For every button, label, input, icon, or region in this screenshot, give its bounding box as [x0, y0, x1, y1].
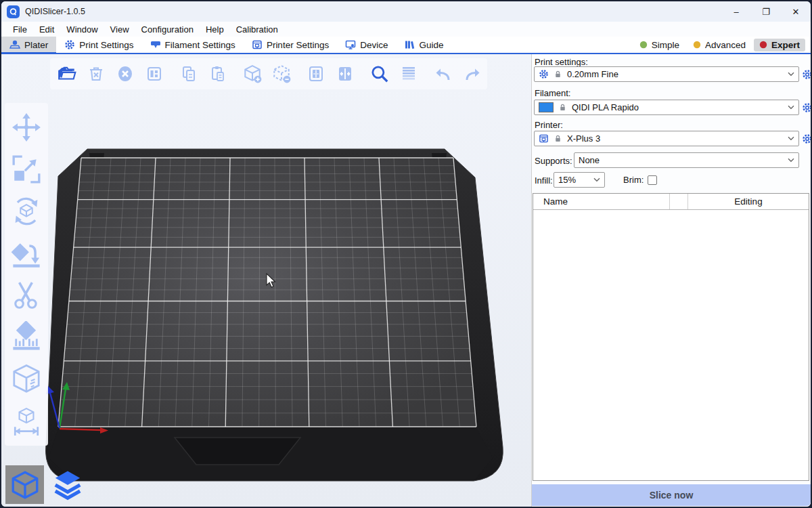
- main-tab-bar: Plater Print Settings Filament Settings …: [1, 37, 811, 54]
- column-extruder: [669, 194, 688, 209]
- tab-plater[interactable]: Plater: [1, 37, 56, 53]
- print-settings-icon: [64, 39, 75, 50]
- menu-edit[interactable]: Edit: [33, 23, 60, 36]
- close-button[interactable]: ✕: [781, 1, 811, 22]
- tab-printer-settings[interactable]: Printer Settings: [244, 37, 337, 53]
- measure-tool-button[interactable]: [9, 404, 44, 439]
- rotate-tool-button[interactable]: [9, 194, 44, 229]
- expert-dot-icon: [759, 41, 767, 49]
- lock-icon: [554, 134, 562, 143]
- menu-bar: File Edit Window View Configuration Help…: [1, 22, 811, 37]
- minimize-button[interactable]: –: [721, 1, 751, 22]
- open-file-button[interactable]: [55, 62, 78, 85]
- print-settings-combo[interactable]: 0.20mm Fine: [534, 66, 799, 82]
- brim-label: Brim:: [623, 175, 644, 185]
- column-editing: Editing: [688, 196, 809, 207]
- copy-button[interactable]: [177, 62, 200, 85]
- printer-combo[interactable]: X-Plus 3: [534, 131, 799, 146]
- object-list[interactable]: Name Editing: [533, 193, 809, 481]
- print-profile-gear-icon: [539, 69, 549, 79]
- settings-panel: Print settings: 0.20mm Fine Filament: QI…: [531, 54, 811, 507]
- menu-window[interactable]: Window: [60, 23, 104, 36]
- layers-preview-icon: [51, 468, 85, 502]
- chevron-down-icon: [788, 136, 794, 141]
- supports-combo[interactable]: None: [574, 152, 799, 168]
- mode-advanced[interactable]: Advanced: [687, 39, 751, 51]
- mode-expert[interactable]: Expert: [754, 39, 805, 51]
- filament-label: Filament:: [535, 88, 570, 98]
- delete-button[interactable]: [85, 62, 108, 85]
- column-name: Name: [533, 196, 669, 207]
- tab-label: Plater: [24, 40, 48, 50]
- variable-layer-height-button[interactable]: [397, 62, 420, 85]
- menu-help[interactable]: Help: [200, 23, 230, 36]
- delete-all-button[interactable]: [114, 62, 137, 85]
- tab-label: Printer Settings: [267, 40, 329, 50]
- view-3d-editor-button[interactable]: [5, 465, 44, 504]
- split-objects-button[interactable]: [304, 62, 328, 85]
- chevron-down-icon: [788, 158, 794, 163]
- tab-device[interactable]: Device: [337, 37, 396, 53]
- guide-icon: [404, 39, 415, 50]
- place-on-face-tool-button[interactable]: [9, 236, 44, 271]
- device-icon: [345, 39, 356, 50]
- search-button[interactable]: [368, 62, 391, 85]
- tab-filament-settings[interactable]: Filament Settings: [142, 37, 244, 53]
- view-preview-button[interactable]: [48, 465, 87, 504]
- tab-print-settings[interactable]: Print Settings: [56, 37, 141, 53]
- seam-painting-tool-button[interactable]: [9, 362, 44, 397]
- cube-3d-icon: [9, 469, 41, 501]
- printer-icon: [539, 133, 549, 144]
- redo-button[interactable]: [461, 62, 484, 85]
- scale-tool-button[interactable]: [9, 152, 44, 187]
- menu-view[interactable]: View: [104, 23, 135, 36]
- move-tool-button[interactable]: [9, 110, 44, 145]
- gear-icon: [802, 102, 812, 113]
- maximize-button[interactable]: ❐: [751, 1, 781, 22]
- chevron-down-icon: [593, 177, 600, 182]
- infill-combo[interactable]: 15%: [554, 172, 605, 188]
- filament-combo[interactable]: QIDI PLA Rapido: [534, 100, 799, 115]
- mode-label: Advanced: [705, 40, 746, 50]
- brim-option: Brim:: [623, 175, 657, 185]
- paint-supports-tool-button[interactable]: [9, 320, 44, 355]
- mode-simple[interactable]: Simple: [634, 39, 685, 51]
- mode-label: Simple: [652, 40, 679, 50]
- paste-button[interactable]: [206, 62, 229, 85]
- view-mode-switch: [5, 465, 87, 504]
- object-tools: [5, 103, 48, 446]
- object-list-header: Name Editing: [533, 194, 809, 210]
- build-plate: [1, 54, 531, 507]
- undo-button[interactable]: [432, 62, 455, 85]
- filament-settings-icon: [150, 39, 161, 50]
- print-settings-value: 0.20mm Fine: [567, 69, 618, 79]
- remove-instance-button[interactable]: [270, 62, 293, 85]
- filament-value: QIDI PLA Rapido: [572, 102, 639, 112]
- plate-front-notch: [175, 438, 300, 465]
- printer-label: Printer:: [535, 120, 563, 130]
- viewport-3d[interactable]: [1, 54, 531, 507]
- edit-print-settings-button[interactable]: [801, 68, 812, 80]
- edit-printer-button[interactable]: [801, 133, 812, 144]
- printer-value: X-Plus 3: [567, 133, 600, 144]
- tab-label: Guide: [419, 40, 443, 50]
- edit-filament-button[interactable]: [801, 102, 812, 113]
- supports-value: None: [579, 155, 600, 165]
- app-logo-icon: [7, 5, 20, 18]
- slice-now-label: Slice now: [650, 490, 694, 501]
- chevron-down-icon: [788, 72, 794, 77]
- split-parts-button[interactable]: [334, 62, 357, 85]
- arrange-button[interactable]: [143, 62, 166, 85]
- menu-file[interactable]: File: [7, 23, 33, 36]
- brim-checkbox[interactable]: [648, 175, 657, 185]
- slice-now-button[interactable]: Slice now: [532, 484, 811, 506]
- advanced-dot-icon: [693, 41, 701, 49]
- menu-configuration[interactable]: Configuration: [135, 23, 200, 36]
- add-instance-button[interactable]: [241, 62, 264, 85]
- cut-tool-button[interactable]: [9, 278, 44, 313]
- infill-value: 15%: [558, 175, 576, 185]
- gear-icon: [802, 69, 812, 80]
- menu-calibration[interactable]: Calibration: [230, 23, 284, 36]
- chevron-down-icon: [788, 105, 794, 110]
- tab-guide[interactable]: Guide: [396, 37, 451, 53]
